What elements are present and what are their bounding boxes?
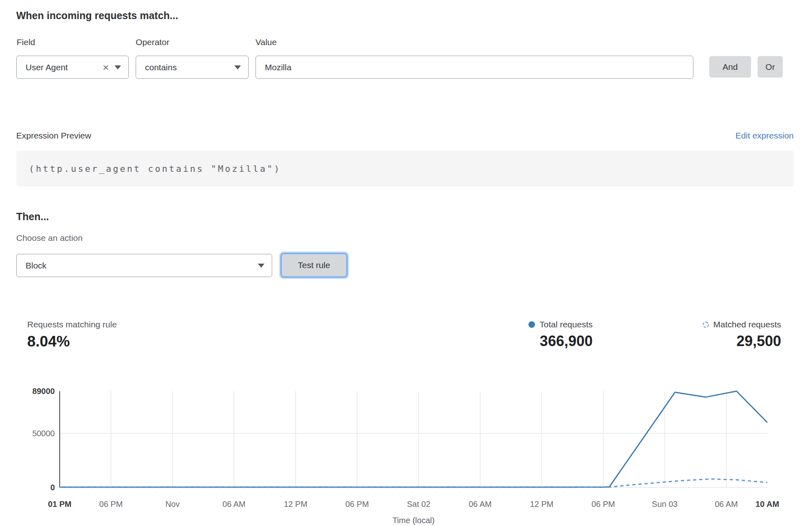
x-tick-label: 12 PM [530,500,554,509]
page-title: When incoming requests match... [16,10,178,22]
x-tick-label: 10 AM [756,500,779,509]
x-tick-label: 06 AM [469,500,492,509]
clear-field-icon[interactable]: × [100,62,115,73]
expression-code: (http.user_agent contains "Mozilla") [16,164,281,174]
x-tick-label: 06 PM [591,500,615,509]
operator-select-value: contains [136,63,234,72]
total-requests-legend-dot-icon [528,321,535,328]
action-select[interactable]: Block [16,254,272,277]
total-requests-stat: Total requests 366,900 [528,320,593,350]
requests-line-chart: 0500008900001 PM06 PMNov06 AM12 PM06 PMS… [16,386,796,526]
y-tick-label: 89000 [32,387,55,396]
expression-preview-label: Expression Preview [16,131,91,141]
chart-svg: 0500008900001 PM06 PMNov06 AM12 PM06 PMS… [16,386,796,526]
field-select-value: User Agent [17,63,100,72]
matched-requests-label: Matched requests [713,320,781,329]
matched-requests-legend-ring-icon [703,322,709,328]
and-button[interactable]: And [709,56,751,78]
chevron-down-icon [115,65,121,69]
x-tick-label: Nov [165,500,180,509]
requests-matching-stat: Requests matching rule 8.04% [27,320,117,350]
requests-matching-value: 8.04% [27,333,117,350]
x-tick-label: 12 PM [284,500,307,509]
choose-action-label: Choose an action [16,233,82,243]
x-tick-label: 06 PM [345,500,369,509]
value-input[interactable] [256,56,693,79]
matched-requests-value: 29,500 [703,333,781,350]
x-axis-title: Time (local) [392,516,435,525]
or-button[interactable]: Or [758,56,783,78]
operator-label: Operator [136,37,169,47]
test-rule-button[interactable]: Test rule [282,255,346,276]
value-label: Value [256,37,277,47]
action-select-value: Block [17,261,258,271]
series-line-matched-requests [60,479,767,487]
edit-expression-link[interactable]: Edit expression [735,131,794,141]
x-tick-label: 06 AM [223,500,246,509]
expression-code-box: (http.user_agent contains "Mozilla") [16,151,794,186]
x-tick-label: 06 AM [715,500,738,509]
series-line-total-requests [60,391,767,487]
total-requests-value: 366,900 [528,333,593,350]
requests-matching-label: Requests matching rule [27,320,117,329]
operator-select[interactable]: contains [136,56,249,79]
y-tick-label: 50000 [32,429,55,438]
x-tick-label: Sun 03 [652,500,678,509]
x-tick-label: 01 PM [48,500,71,509]
y-tick-label: 0 [50,483,55,492]
field-label: Field [17,37,35,47]
then-heading: Then... [16,211,49,223]
field-select[interactable]: User Agent × [16,56,129,79]
chevron-down-icon [258,264,264,268]
x-tick-label: Sat 02 [407,500,431,509]
total-requests-label: Total requests [539,320,593,329]
rule-builder-page: When incoming requests match... Field Op… [0,0,812,526]
matched-requests-stat: Matched requests 29,500 [703,320,781,350]
chevron-down-icon [234,65,241,69]
x-tick-label: 06 PM [99,500,123,509]
